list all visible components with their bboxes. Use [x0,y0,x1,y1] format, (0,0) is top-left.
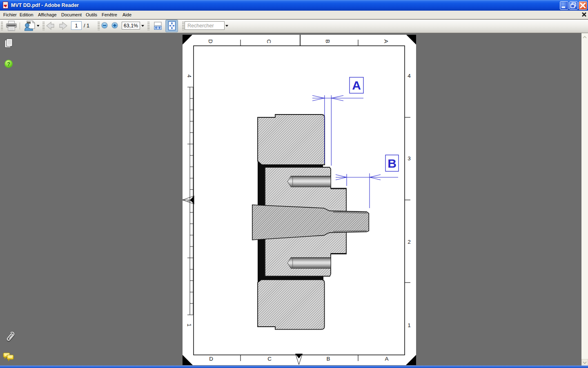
svg-text:D: D [209,356,213,362]
svg-text:4: 4 [186,74,192,78]
svg-text:A: A [385,356,388,362]
svg-text:B: B [388,157,396,170]
svg-text:D: D [207,39,214,43]
svg-text:C: C [266,39,272,43]
svg-text:3: 3 [408,155,411,162]
svg-text:1: 1 [186,323,192,327]
svg-text:B: B [326,356,330,362]
svg-text:A: A [383,39,389,43]
svg-text:1: 1 [408,322,411,328]
svg-text:C: C [267,356,272,362]
svg-text:4: 4 [408,73,411,79]
svg-text:2: 2 [408,239,411,245]
svg-text:?: ? [7,61,10,67]
svg-text:B: B [325,39,331,43]
svg-text:A: A [352,79,361,92]
